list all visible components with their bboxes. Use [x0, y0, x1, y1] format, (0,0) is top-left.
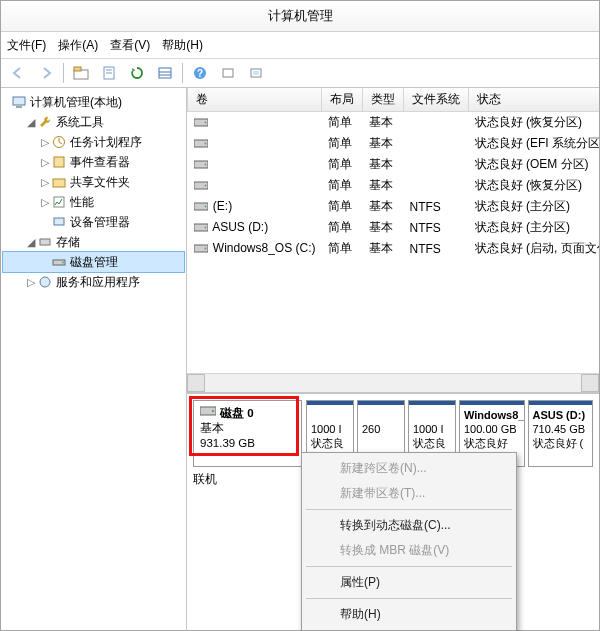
help-button[interactable]: ? — [187, 60, 213, 86]
tree-performance[interactable]: ▷ 性能 — [3, 192, 184, 212]
expand-icon[interactable]: ▷ — [39, 156, 51, 169]
menu-action[interactable]: 操作(A) — [58, 37, 98, 54]
volume-status: 状态良好 (恢复分区) — [469, 112, 599, 134]
tree-label: 系统工具 — [56, 114, 104, 131]
ctx-new-striped[interactable]: 新建带区卷(T)... — [304, 481, 514, 506]
volume-type: 基本 — [363, 238, 404, 259]
partition[interactable]: ASUS (D:)710.45 GB状态良好 ( — [528, 400, 594, 467]
toolbar: ? — [1, 59, 599, 88]
volume-row[interactable]: Windows8_OS (C:)简单基本NTFS状态良好 (启动, 页面文件, — [188, 238, 600, 259]
svg-rect-12 — [253, 71, 259, 75]
volume-type: 基本 — [363, 154, 404, 175]
forward-button[interactable] — [33, 60, 59, 86]
col-status[interactable]: 状态 — [469, 88, 599, 112]
expand-icon[interactable]: ▷ — [25, 276, 37, 289]
detail-view-button[interactable] — [152, 60, 178, 86]
partition-name — [362, 408, 400, 422]
volume-type: 基本 — [363, 217, 404, 238]
volume-status: 状态良好 (启动, 页面文件, — [469, 238, 599, 259]
col-type[interactable]: 类型 — [363, 88, 404, 112]
svg-rect-14 — [16, 106, 22, 108]
svg-rect-13 — [13, 97, 25, 105]
extra-button-1[interactable] — [215, 60, 241, 86]
tree-system-tools[interactable]: ◢ 系统工具 — [3, 112, 184, 132]
context-menu: 新建跨区卷(N)... 新建带区卷(T)... 转换到动态磁盘(C)... 转换… — [301, 452, 517, 631]
tree-device-manager[interactable]: 设备管理器 — [3, 212, 184, 232]
tree-shared-folders[interactable]: ▷ 共享文件夹 — [3, 172, 184, 192]
extra-button-2[interactable] — [243, 60, 269, 86]
event-icon — [51, 154, 67, 170]
svg-point-29 — [204, 163, 206, 165]
ctx-separator — [306, 598, 512, 599]
tree-root[interactable]: 计算机管理(本地) — [3, 92, 184, 112]
tree-task-scheduler[interactable]: ▷ 任务计划程序 — [3, 132, 184, 152]
menu-help[interactable]: 帮助(H) — [162, 37, 203, 54]
right-pane: 卷 布局 类型 文件系统 状态 简单基本状态良好 (恢复分区) 简单基本状态良好… — [187, 88, 599, 631]
partition-name — [311, 408, 349, 422]
titlebar: 计算机管理 — [1, 1, 599, 32]
menubar: 文件(F) 操作(A) 查看(V) 帮助(H) — [1, 32, 599, 59]
svg-rect-19 — [54, 218, 64, 225]
svg-rect-20 — [40, 239, 50, 245]
volume-type: 基本 — [363, 112, 404, 134]
partition-name — [413, 408, 451, 422]
expand-icon[interactable]: ▷ — [39, 176, 51, 189]
partition-size: 100.00 GB — [464, 422, 520, 436]
properties-button[interactable] — [96, 60, 122, 86]
services-icon — [37, 274, 53, 290]
volume-row[interactable]: (E:)简单基本NTFS状态良好 (主分区) — [188, 196, 600, 217]
volume-row[interactable]: 简单基本状态良好 (OEM 分区) — [188, 154, 600, 175]
volume-row[interactable]: ASUS (D:)简单基本NTFS状态良好 (主分区) — [188, 217, 600, 238]
refresh-button[interactable] — [124, 60, 150, 86]
scroll-right-button[interactable] — [581, 374, 599, 392]
svg-point-31 — [204, 184, 206, 186]
svg-point-37 — [204, 247, 206, 249]
partition-size: 1000 I — [413, 422, 451, 436]
tree-label: 性能 — [70, 194, 94, 211]
tree-disk-management[interactable]: 磁盘管理 — [3, 252, 184, 272]
volume-status: 状态良好 (主分区) — [469, 196, 599, 217]
up-button[interactable] — [68, 60, 94, 86]
volume-fs: NTFS — [404, 217, 469, 238]
folder-shared-icon — [51, 174, 67, 190]
tree-storage[interactable]: ◢ 存储 — [3, 232, 184, 252]
disk-title: 磁盘 0 — [220, 406, 254, 421]
back-button[interactable] — [5, 60, 31, 86]
horizontal-scrollbar[interactable] — [187, 373, 599, 392]
ctx-to-dynamic[interactable]: 转换到动态磁盘(C)... — [304, 513, 514, 538]
ctx-help[interactable]: 帮助(H) — [304, 602, 514, 627]
tree-services-apps[interactable]: ▷ 服务和应用程序 — [3, 272, 184, 292]
collapse-icon[interactable]: ◢ — [25, 116, 37, 129]
volume-fs — [404, 175, 469, 196]
col-volume[interactable]: 卷 — [188, 88, 322, 112]
svg-rect-16 — [54, 157, 64, 167]
tree-event-viewer[interactable]: ▷ 事件查看器 — [3, 152, 184, 172]
volume-row[interactable]: 简单基本状态良好 (恢复分区) — [188, 112, 600, 134]
disk-icon — [51, 254, 67, 270]
volume-row[interactable]: 简单基本状态良好 (EFI 系统分区) — [188, 133, 600, 154]
svg-rect-1 — [74, 67, 81, 71]
svg-rect-5 — [159, 68, 171, 78]
disk-header[interactable]: 磁盘 0 基本 931.39 GB — [193, 400, 302, 467]
expand-icon[interactable]: ▷ — [39, 136, 51, 149]
volume-fs — [404, 112, 469, 134]
tree-label: 服务和应用程序 — [56, 274, 140, 291]
svg-point-27 — [204, 142, 206, 144]
disk-kind: 基本 — [200, 421, 295, 436]
ctx-new-spanned[interactable]: 新建跨区卷(N)... — [304, 456, 514, 481]
menu-file[interactable]: 文件(F) — [7, 37, 46, 54]
tree-label: 任务计划程序 — [70, 134, 142, 151]
col-layout[interactable]: 布局 — [322, 88, 363, 112]
scroll-left-button[interactable] — [187, 374, 205, 392]
volume-row[interactable]: 简单基本状态良好 (恢复分区) — [188, 175, 600, 196]
performance-icon — [51, 194, 67, 210]
ctx-to-mbr[interactable]: 转换成 MBR 磁盘(V) — [304, 538, 514, 563]
col-fs[interactable]: 文件系统 — [404, 88, 469, 112]
expand-icon[interactable]: ▷ — [39, 196, 51, 209]
clock-icon — [51, 134, 67, 150]
menu-view[interactable]: 查看(V) — [110, 37, 150, 54]
disk-drive-icon — [200, 405, 216, 421]
ctx-properties[interactable]: 属性(P) — [304, 570, 514, 595]
body: 计算机管理(本地) ◢ 系统工具 ▷ 任务计划程序 ▷ 事件查看器 ▷ 共享文件… — [1, 88, 599, 631]
collapse-icon[interactable]: ◢ — [25, 236, 37, 249]
